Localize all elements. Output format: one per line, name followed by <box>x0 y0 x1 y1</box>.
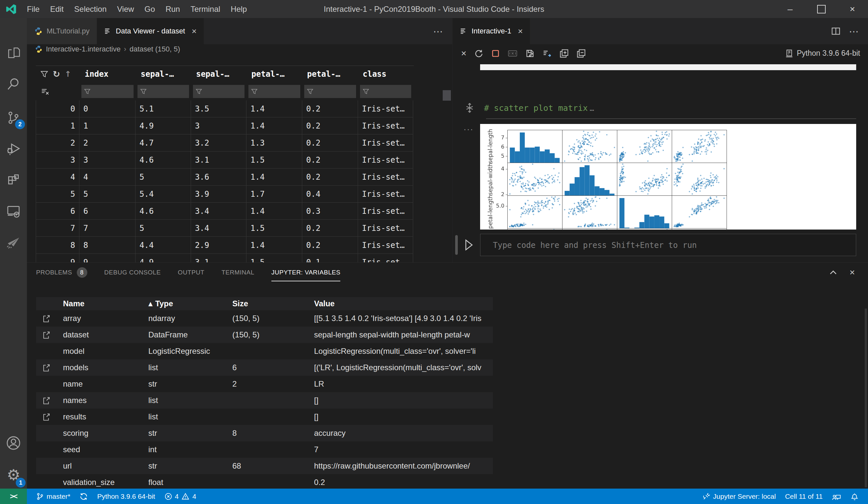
panel-scrollbar[interactable] <box>865 308 867 487</box>
clear-filters-icon[interactable] <box>36 87 80 96</box>
notifications-item[interactable] <box>846 489 864 504</box>
table-row[interactable]: 7753.41.50.2Iris-set… <box>36 220 414 237</box>
collapse-all-icon[interactable] <box>577 49 586 58</box>
minimize-button[interactable]: – <box>774 0 806 18</box>
variable-row[interactable]: datasetDataFrame(150, 5)sepal-length sep… <box>36 327 493 343</box>
source-control-icon[interactable]: 2 <box>0 104 27 131</box>
open-in-data-viewer-icon[interactable] <box>36 330 57 339</box>
variable-row[interactable]: arrayndarray(150, 5)[[5.1 3.5 1.4 0.2 'I… <box>36 310 493 327</box>
tab-interactive-1[interactable]: Interactive-1 × <box>453 18 530 44</box>
variable-row[interactable]: resultslist[] <box>36 409 493 425</box>
python-interpreter-item[interactable]: Python 3.9.6 64-bit <box>93 489 159 504</box>
tab-mltutorial[interactable]: MLTutorial.py <box>27 18 97 44</box>
close-tab-icon[interactable]: × <box>518 26 523 36</box>
variable-row[interactable]: nameslist[] <box>36 392 493 409</box>
table-row[interactable]: 334.63.11.50.2Iris-set… <box>36 151 414 169</box>
breadcrumb-segment[interactable]: dataset (150, 5) <box>130 45 180 53</box>
variable-row[interactable]: scoringstr8accuracy <box>36 425 493 441</box>
menu-item-go[interactable]: Go <box>139 0 160 18</box>
variable-row[interactable]: modelLogisticRegressicLogisticRegression… <box>36 343 493 359</box>
cell-drag-handle-icon[interactable] <box>464 102 475 114</box>
variable-row[interactable]: validation_sizefloat0.2 <box>36 474 493 490</box>
column-header-type[interactable]: ▲Type <box>142 299 228 308</box>
column-header-col1[interactable]: sepal-… <box>137 70 192 79</box>
restart-kernel-icon[interactable] <box>474 49 483 58</box>
filter-funnel-icon[interactable] <box>40 70 48 78</box>
refresh-icon[interactable]: ↻ <box>53 69 60 79</box>
menu-item-run[interactable]: Run <box>160 0 185 18</box>
filter-input-5[interactable] <box>360 85 411 98</box>
column-header-name[interactable]: Name <box>57 299 142 308</box>
table-row[interactable]: 664.63.41.40.3Iris-set… <box>36 203 414 220</box>
table-row[interactable]: 4453.61.40.2Iris-set… <box>36 169 414 186</box>
tab-data-viewer[interactable]: Data Viewer - dataset × <box>97 18 204 44</box>
variables-icon[interactable] <box>508 49 517 58</box>
accounts-icon[interactable] <box>0 430 27 456</box>
data-viewer-scrollbar[interactable] <box>443 90 451 101</box>
maximize-button[interactable] <box>806 0 837 18</box>
jupyter-server-item[interactable]: Jupyter Server: local <box>698 489 781 504</box>
panel-tab-debug-console[interactable]: DEBUG CONSOLE <box>104 263 161 282</box>
panel-tab-output[interactable]: OUTPUT <box>178 263 205 282</box>
cell-indicator-item[interactable]: Cell 11 of 11 <box>781 489 827 504</box>
open-in-data-viewer-icon[interactable] <box>36 314 57 323</box>
column-header-size[interactable]: Size <box>228 299 309 308</box>
search-icon[interactable] <box>0 71 27 97</box>
menu-item-selection[interactable]: Selection <box>69 0 112 18</box>
custom-extension-icon[interactable] <box>0 229 27 256</box>
filter-input-3[interactable] <box>248 85 300 98</box>
close-window-button[interactable]: × <box>837 0 868 18</box>
variable-row[interactable]: seedint7 <box>36 441 493 458</box>
panel-tab-problems[interactable]: PROBLEMS8 <box>36 263 87 282</box>
explorer-icon[interactable] <box>0 39 27 66</box>
filter-input-4[interactable] <box>304 85 356 98</box>
menu-item-help[interactable]: Help <box>226 0 252 18</box>
column-header-col2[interactable]: sepal-… <box>192 70 247 79</box>
close-panel-icon[interactable]: × <box>850 267 855 278</box>
run-debug-icon[interactable] <box>0 135 27 162</box>
problems-item[interactable]: 4 4 <box>160 489 201 504</box>
column-header-col4[interactable]: petal-… <box>303 70 359 79</box>
clear-all-icon[interactable]: × <box>461 48 466 59</box>
extensions-icon[interactable] <box>0 166 27 193</box>
menu-item-terminal[interactable]: Terminal <box>185 0 226 18</box>
filter-input-2[interactable] <box>193 85 245 98</box>
settings-gear-icon[interactable]: ⚙ 1 <box>0 461 27 488</box>
menu-item-file[interactable]: File <box>22 0 45 18</box>
table-row[interactable]: 114.931.40.2Iris-set… <box>36 117 414 135</box>
feedback-item[interactable] <box>827 489 846 504</box>
output-more-icon[interactable]: ... <box>464 122 474 133</box>
filter-input-0[interactable] <box>81 85 134 98</box>
more-tabs-icon[interactable]: ⋯ <box>433 25 452 37</box>
sync-item[interactable] <box>75 489 93 504</box>
breadcrumb-segment[interactable]: Interactive-1.interactive <box>46 45 121 53</box>
column-header-class[interactable]: class <box>359 70 414 79</box>
panel-tab-jupyter-variables[interactable]: JUPYTER: VARIABLES <box>271 263 340 282</box>
git-branch-item[interactable]: master* <box>31 489 75 504</box>
kernel-picker[interactable]: Python 3.9.6 64-bit <box>785 49 868 58</box>
variable-row[interactable]: namestr2LR <box>36 376 493 392</box>
save-export-notebook-icon[interactable] <box>525 49 535 58</box>
column-header-col0[interactable]: index <box>81 70 137 79</box>
table-row[interactable]: 884.42.91.40.2Iris-set… <box>36 237 414 254</box>
table-row[interactable]: 555.43.91.70.4Iris-set… <box>36 186 414 203</box>
remote-indicator[interactable]: >< <box>0 489 27 504</box>
variable-row[interactable]: modelslist6[('LR', LogisticRegression(mu… <box>36 359 493 376</box>
table-row[interactable]: 994.93.11.50.1Iris-set… <box>36 254 414 263</box>
export-to-script-icon[interactable] <box>542 49 552 58</box>
expand-all-icon[interactable] <box>559 49 569 58</box>
close-tab-icon[interactable]: × <box>192 26 197 36</box>
table-row[interactable]: 224.73.21.30.2Iris-set… <box>36 135 414 151</box>
run-code-icon[interactable] <box>463 238 474 252</box>
panel-tab-terminal[interactable]: TERMINAL <box>221 263 254 282</box>
folded-code-ellipsis[interactable]: … <box>590 104 594 113</box>
sort-up-icon[interactable]: ↑ <box>65 70 71 79</box>
remote-explorer-icon[interactable] <box>0 198 27 225</box>
variable-row[interactable]: urlstr68https://raw.githubusercontent.co… <box>36 458 493 474</box>
table-row[interactable]: 005.13.51.40.2Iris-set… <box>36 100 414 117</box>
open-in-data-viewer-icon[interactable] <box>36 363 57 372</box>
more-actions-icon[interactable]: ⋯ <box>849 25 859 37</box>
code-input[interactable] <box>480 234 868 256</box>
split-editor-icon[interactable] <box>831 27 840 36</box>
menu-item-view[interactable]: View <box>112 0 140 18</box>
